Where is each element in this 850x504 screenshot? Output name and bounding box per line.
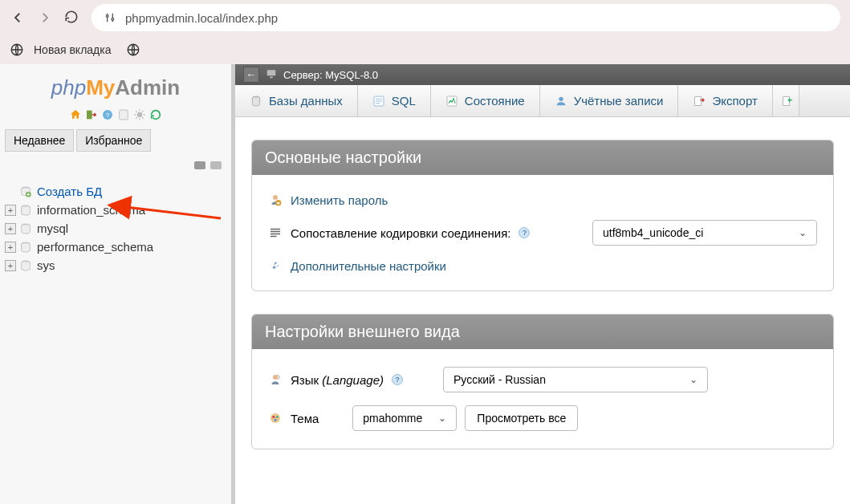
theme-select[interactable]: pmahomme ⌄ <box>352 405 457 431</box>
link-icon[interactable] <box>210 161 222 169</box>
svg-rect-4 <box>87 111 92 120</box>
sidebar-collapse-tools <box>0 152 231 179</box>
svg-point-29 <box>276 416 279 418</box>
forward-button[interactable] <box>37 10 53 26</box>
db-label: sys <box>37 258 55 272</box>
theme-icon <box>268 411 283 425</box>
language-icon <box>268 372 283 387</box>
db-label: performance_schema <box>37 240 153 254</box>
status-icon <box>445 95 458 108</box>
export-icon <box>693 95 706 108</box>
globe-icon <box>10 43 24 57</box>
more-settings-link[interactable]: Дополнительные настройки <box>291 259 446 273</box>
reload-button[interactable] <box>64 10 80 26</box>
svg-point-20 <box>559 96 563 100</box>
database-tree: Создать БД + information_schema + mysql … <box>0 179 231 278</box>
import-icon <box>781 95 794 108</box>
db-item[interactable]: + sys <box>5 256 226 274</box>
help-icon[interactable]: ? <box>519 227 530 238</box>
phpmyadmin-logo: phpMyAdmin <box>0 64 231 105</box>
server-label[interactable]: Сервер: MySQL-8.0 <box>283 69 378 81</box>
globe-icon <box>126 43 140 57</box>
reload-icon[interactable] <box>149 108 162 121</box>
db-item[interactable]: + mysql <box>5 219 226 238</box>
svg-point-27 <box>270 413 280 423</box>
back-button[interactable] <box>10 10 26 26</box>
svg-point-28 <box>272 416 275 418</box>
database-icon <box>250 95 262 108</box>
password-icon <box>268 193 283 207</box>
view-all-themes-button[interactable]: Просмотреть все <box>465 405 578 431</box>
chevron-down-icon: ⌄ <box>689 374 697 385</box>
site-settings-icon[interactable] <box>103 10 117 25</box>
svg-rect-22 <box>783 96 789 105</box>
collapse-icon[interactable] <box>194 161 205 169</box>
svg-point-0 <box>106 15 108 18</box>
help-icon[interactable]: ? <box>392 374 403 385</box>
svg-rect-15 <box>267 70 276 75</box>
db-icon <box>19 241 32 254</box>
home-icon[interactable] <box>69 108 82 121</box>
panel-appearance-settings: Настройки внешнего вида Язык (Language) … <box>251 314 834 449</box>
tab-favorite[interactable]: Избранное <box>76 129 151 152</box>
svg-rect-16 <box>270 76 273 78</box>
wrench-icon <box>268 258 283 273</box>
help-icon[interactable]: ? <box>101 108 114 121</box>
language-select[interactable]: Русский - Russian ⌄ <box>443 367 708 392</box>
svg-rect-25 <box>277 202 279 204</box>
accounts-icon <box>555 95 567 108</box>
collation-icon <box>268 226 283 240</box>
svg-rect-7 <box>120 110 128 120</box>
expand-icon[interactable]: + <box>5 205 16 216</box>
collation-select[interactable]: utf8mb4_unicode_ci ⌄ <box>592 220 817 246</box>
bookmark-new-tab[interactable]: Новая вкладка <box>34 43 112 56</box>
url-bar[interactable]: phpmyadmin.local/index.php <box>92 4 840 31</box>
panel-header: Настройки внешнего вида <box>252 315 833 349</box>
tab-import[interactable] <box>773 85 799 116</box>
svg-point-30 <box>275 419 277 421</box>
sidebar: phpMyAdmin ? Недавнее Избранное Создать … <box>0 64 232 504</box>
tab-export[interactable]: Экспорт <box>678 85 772 116</box>
collation-label: Сопоставление кодировки соединения: <box>291 226 510 240</box>
db-item[interactable]: + information_schema <box>5 201 226 219</box>
db-item[interactable]: + performance_schema <box>5 238 226 256</box>
db-label: mysql <box>37 222 68 235</box>
tab-status[interactable]: Состояние <box>431 85 540 116</box>
panel-general-settings: Основные настройки Изменить пароль Сопос… <box>251 140 834 291</box>
sidebar-mini-toolbar: ? <box>0 105 231 129</box>
expand-icon[interactable]: + <box>5 242 16 253</box>
language-label: Язык (Language) <box>291 373 384 387</box>
svg-point-26 <box>273 375 278 380</box>
svg-text:?: ? <box>106 112 110 119</box>
main-content: ← Сервер: MySQL-8.0 Базы данных SQL Сост… <box>232 64 850 504</box>
theme-label: Тема <box>291 412 319 425</box>
server-breadcrumb: ← Сервер: MySQL-8.0 <box>235 64 850 85</box>
tab-accounts[interactable]: Учётные записи <box>540 85 679 116</box>
sql-icon <box>372 95 385 108</box>
tab-databases[interactable]: Базы данных <box>235 85 358 116</box>
svg-point-8 <box>137 112 143 118</box>
tab-recent[interactable]: Недавнее <box>5 129 74 152</box>
svg-point-23 <box>273 195 278 200</box>
sql-icon[interactable] <box>117 108 130 121</box>
expand-icon[interactable]: + <box>5 223 16 234</box>
browser-toolbar: phpmyadmin.local/index.php <box>0 0 850 35</box>
db-icon <box>19 204 32 217</box>
server-icon <box>266 68 277 82</box>
nav-back-button[interactable]: ← <box>243 67 259 83</box>
create-database-link[interactable]: Создать БД <box>19 182 226 201</box>
chevron-down-icon: ⌄ <box>799 227 807 238</box>
new-db-icon <box>19 185 32 198</box>
sidebar-nav-tabs: Недавнее Избранное <box>0 129 231 152</box>
chevron-down-icon: ⌄ <box>438 413 446 424</box>
change-password-link[interactable]: Изменить пароль <box>291 193 388 207</box>
db-label: information_schema <box>37 203 145 217</box>
tab-sql[interactable]: SQL <box>358 85 431 116</box>
exit-icon[interactable] <box>85 108 98 121</box>
expand-icon[interactable]: + <box>5 260 16 271</box>
db-icon <box>19 222 32 235</box>
gear-icon[interactable] <box>133 108 146 121</box>
svg-point-1 <box>112 18 114 21</box>
main-tabs: Базы данных SQL Состояние Учётные записи… <box>235 85 850 117</box>
create-db-label: Создать БД <box>37 185 102 198</box>
